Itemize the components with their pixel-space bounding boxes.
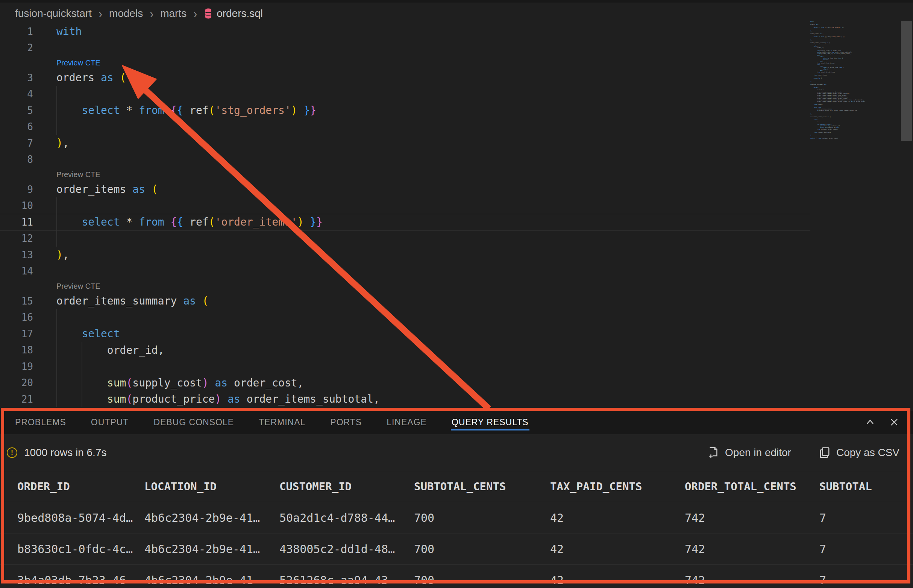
minimap-line: select * from customer_order_count [810,137,900,139]
column-header[interactable]: ORDER_TOTAL_CENTS [685,480,797,493]
code-line[interactable]: 4 [0,86,810,103]
table-cell[interactable]: 3b4a03db-7b23-46 [17,574,126,587]
panel-tab-problems[interactable]: PROBLEMS [15,411,66,433]
code-lens-row: Preview CTE [0,56,810,69]
code-text: order_items as ( [33,183,158,195]
code-editor[interactable]: 1with2Preview CTE3orders as (45 select *… [0,23,810,407]
column-header[interactable]: TAX_PAID_CENTS [550,480,642,493]
table-cell[interactable]: b83630c1-0fdc-4c… [17,543,133,556]
code-line[interactable]: 19 [0,358,810,375]
scrollbar-thumb[interactable] [901,21,912,141]
code-line[interactable]: 1with [0,23,810,40]
line-number: 2 [0,42,33,53]
results-table-body: 9bed808a-5074-4d…4b6c2304-2b9e-41…50a2d1… [0,502,913,588]
table-cell[interactable]: 50a2d1c4-d788-44… [280,511,395,525]
table-cell[interactable]: 7 [819,574,826,587]
column-header[interactable]: SUBTOTAL_CENTS [414,480,506,493]
table-cell[interactable]: 742 [685,543,705,556]
chevron-up-icon[interactable] [863,415,877,429]
preview-cte-link[interactable]: Preview CTE [57,170,100,179]
line-number: 15 [0,296,33,307]
table-cell[interactable]: 438005c2-dd1d-48… [280,543,395,556]
code-text: sum(product_price) as order_items_subtot… [33,393,380,405]
table-cell[interactable]: 4b6c2304-2b9e-41 [144,574,253,587]
panel-tab-terminal[interactable]: TERMINAL [259,411,305,433]
table-cell[interactable]: 5261268c-aa94-43 [280,574,388,587]
line-number: 14 [0,265,33,277]
code-line[interactable]: 5 select * from {{ ref('stg_orders') }} [0,102,810,119]
table-cell[interactable]: 7 [819,543,826,556]
code-line[interactable]: 18 order_id, [0,342,810,359]
breadcrumb-item[interactable]: models [109,8,143,19]
code-lines: 1with2Preview CTE3orders as (45 select *… [0,23,810,407]
table-cell[interactable]: 42 [550,543,564,556]
bottom-panel: PROBLEMSOUTPUTDEBUG CONSOLETERMINALPORTS… [0,411,913,588]
code-line[interactable]: 6 [0,119,810,135]
table-cell[interactable]: 700 [414,574,434,587]
copy-icon [819,447,830,459]
code-line[interactable]: 15order_items_summary as ( [0,293,810,309]
code-line[interactable]: 3orders as ( [0,69,810,86]
code-line[interactable]: 2 [0,40,810,57]
preview-cte-link[interactable]: Preview CTE [57,59,100,67]
code-text: with [33,25,82,37]
panel-tab-ports[interactable]: PORTS [330,411,362,433]
code-line[interactable]: 21 sum(product_price) as order_items_sub… [0,391,810,407]
breadcrumb-item[interactable]: marts [160,8,186,19]
panel-tab-lineage[interactable]: LINEAGE [386,411,427,433]
panel-tab-debug-console[interactable]: DEBUG CONSOLE [154,411,234,433]
table-cell[interactable]: 9bed808a-5074-4d… [17,511,133,525]
code-line[interactable]: 10 [0,198,810,214]
table-cell[interactable]: 4b6c2304-2b9e-41… [144,511,260,525]
code-line[interactable]: 13), [0,247,810,263]
table-cell[interactable]: 7 [819,511,826,525]
column-header[interactable]: CUSTOMER_ID [280,480,352,493]
table-cell[interactable]: 700 [414,543,434,556]
line-number: 11 [0,216,33,228]
table-cell[interactable]: 700 [414,511,434,525]
code-line[interactable]: 8 [0,152,810,168]
code-text: ), [33,249,69,261]
indent-guide [57,309,57,407]
code-text: select * from {{ ref('order_items') }} [33,216,323,228]
table-cell[interactable]: 4b6c2304-2b9e-41… [144,543,260,556]
code-line[interactable]: 12 [0,231,810,247]
panel-tab-output[interactable]: OUTPUT [91,411,129,433]
table-cell[interactable]: 742 [685,574,705,587]
column-header[interactable]: ORDER_ID [17,480,70,493]
line-number: 1 [0,26,33,37]
column-header[interactable]: LOCATION_ID [144,480,217,493]
table-row[interactable]: 9bed808a-5074-4d…4b6c2304-2b9e-41…50a2d1… [0,502,913,533]
new-file-icon [708,447,719,459]
column-header[interactable]: SUBTOTAL [819,480,872,493]
table-row[interactable]: b83630c1-0fdc-4c…4b6c2304-2b9e-41…438005… [0,533,913,564]
code-lens-row: Preview CTE [0,168,810,181]
code-line[interactable]: 16 [0,309,810,326]
code-text: orders as ( [33,71,126,84]
table-cell[interactable]: 42 [550,574,564,587]
breadcrumb-file[interactable]: orders.sql [204,8,263,19]
query-results-view: ! 1000 rows in 6.7s Open in editor Copy … [0,434,913,588]
open-in-editor-button[interactable]: Open in editor [708,447,791,459]
table-cell[interactable]: 42 [550,511,564,525]
table-row[interactable]: 3b4a03db-7b23-464b6c2304-2b9e-415261268c… [0,564,913,588]
minimap[interactable]: with orders as ( select * from {{ ref('s… [810,21,900,145]
breadcrumb: fusion-quickstart›models›marts›orders.sq… [0,3,913,23]
editor-scrollbar[interactable] [900,0,913,407]
panel-tab-query-results[interactable]: QUERY RESULTS [452,411,529,433]
breadcrumb-item[interactable]: fusion-quickstart [15,8,92,19]
close-icon[interactable] [887,415,901,429]
preview-cte-link[interactable]: Preview CTE [57,282,100,291]
code-line[interactable]: 9order_items as ( [0,181,810,198]
code-line[interactable]: 17 select [0,326,810,342]
code-line[interactable]: 7), [0,135,810,152]
line-number: 12 [0,233,33,244]
line-number: 20 [0,377,33,388]
code-text: select [33,328,120,340]
code-line[interactable]: 20 sum(supply_cost) as order_cost, [0,375,810,391]
copy-as-csv-button[interactable]: Copy as CSV [819,447,900,459]
line-number: 4 [0,88,33,100]
code-line[interactable]: 11 select * from {{ ref('order_items') }… [0,214,810,231]
code-line[interactable]: 14 [0,263,810,280]
table-cell[interactable]: 742 [685,511,705,525]
